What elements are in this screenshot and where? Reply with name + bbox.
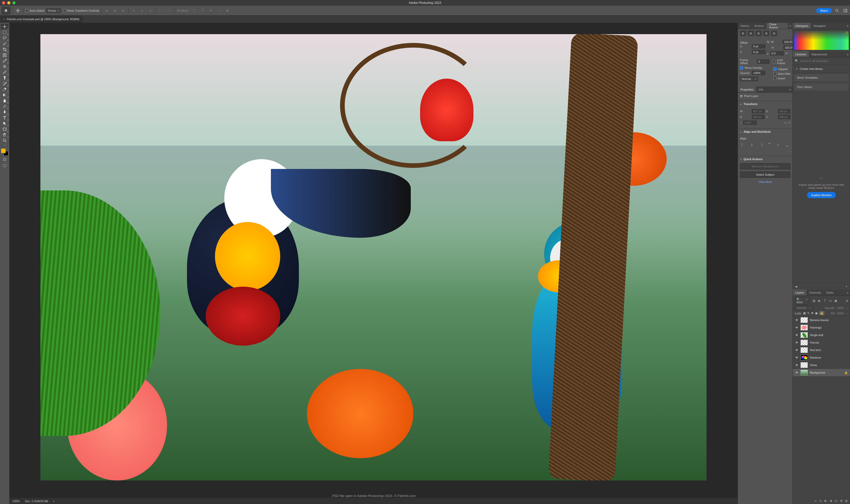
align-center-h-icon[interactable]: ≡: [112, 7, 118, 14]
visibility-toggle-icon[interactable]: 👁: [795, 348, 798, 352]
align-middle-v-icon[interactable]: ⫰: [139, 7, 145, 14]
auto-select-checkbox[interactable]: [25, 9, 29, 12]
lasso-tool[interactable]: [1, 35, 8, 41]
view-more-link[interactable]: View More: [738, 179, 793, 185]
panel-menu-icon[interactable]: ≡: [788, 23, 793, 29]
move-tool-icon[interactable]: [15, 7, 21, 14]
hand-tool[interactable]: [1, 132, 8, 138]
distribute-icon[interactable]: ⋮⋮: [158, 7, 164, 14]
tab-paths[interactable]: Paths: [824, 289, 836, 295]
filter-toggle-icon[interactable]: ◘: [846, 299, 848, 302]
lock-image-icon[interactable]: ✎: [807, 311, 810, 315]
pen-tool[interactable]: [1, 109, 8, 115]
layer-row[interactable]: 👁Vines: [793, 361, 850, 369]
rectangular-marquee-tool[interactable]: [1, 30, 8, 35]
layer-row[interactable]: 👁Rainbow: [793, 354, 850, 361]
eraser-tool[interactable]: [1, 86, 8, 92]
layer-row[interactable]: 👁Red bird: [793, 346, 850, 354]
transform-section[interactable]: ⌄Transform: [738, 101, 793, 107]
tab-actions[interactable]: Actions: [752, 23, 766, 29]
frame-tool[interactable]: [1, 52, 8, 58]
layer-thumbnail[interactable]: [800, 332, 808, 338]
layer-name[interactable]: Background: [810, 371, 842, 374]
more-align-icon[interactable]: ⋯: [787, 150, 791, 154]
close-window-button[interactable]: [2, 1, 5, 4]
tab-channels[interactable]: Channels: [806, 289, 823, 295]
visibility-toggle-icon[interactable]: 👁: [795, 334, 798, 337]
tab-clone-source[interactable]: Clone Source: [766, 23, 787, 29]
reset-transform-icon[interactable]: ↺: [785, 52, 787, 55]
layer-filter-dropdown[interactable]: 🔍 Kind: [795, 297, 809, 305]
status-more-icon[interactable]: ▸: [53, 499, 55, 503]
visibility-toggle-icon[interactable]: 👁: [795, 356, 798, 359]
layer-thumbnail[interactable]: [800, 317, 808, 323]
stock-templates-item[interactable]: Stock Templates: [794, 74, 848, 81]
layer-name[interactable]: Red bird: [810, 348, 848, 352]
adjustment-layer-icon[interactable]: ◑: [830, 499, 832, 502]
doc-info[interactable]: Doc: 2.31M/29.0M: [25, 500, 48, 503]
zoom-level[interactable]: 230%: [13, 500, 20, 503]
rectangle-tool[interactable]: [1, 126, 8, 132]
share-button[interactable]: Share: [816, 8, 832, 13]
tab-navigator[interactable]: Navigator: [811, 23, 828, 29]
brush-tool[interactable]: [1, 69, 8, 75]
lock-icon[interactable]: 🔒: [844, 371, 848, 374]
visibility-toggle-icon[interactable]: 👁: [795, 371, 798, 374]
clipped-checkbox[interactable]: [773, 68, 777, 71]
minimize-window-button[interactable]: [7, 1, 10, 4]
layer-name[interactable]: Vines: [810, 363, 848, 366]
histogram-warning-icon[interactable]: ⚠: [846, 31, 848, 34]
cloud-sync-icon[interactable]: ☁: [795, 285, 798, 288]
layer-group-icon[interactable]: 🗀: [835, 499, 837, 502]
flip-v-icon[interactable]: ⇵: [788, 121, 791, 124]
panel-menu-icon[interactable]: ≡: [788, 86, 793, 92]
close-tab-icon[interactable]: ×: [3, 18, 5, 21]
clone-source-1[interactable]: ⧉: [740, 31, 746, 36]
auto-select-option[interactable]: Auto-Select: Group: [25, 8, 61, 13]
foreground-background-colors[interactable]: [1, 148, 8, 156]
frame-offset-field[interactable]: 0: [757, 59, 769, 64]
layer-row[interactable]: 👁Parrots: [793, 339, 850, 346]
overlay-blend-dropdown[interactable]: Normal: [740, 76, 758, 81]
invert-checkbox[interactable]: [773, 77, 777, 80]
align-bottom-edges-icon[interactable]: ▁: [784, 142, 790, 148]
layer-thumbnail[interactable]: [800, 370, 808, 375]
document-canvas[interactable]: [40, 34, 707, 481]
your-library-item[interactable]: Your Library: [794, 83, 848, 91]
maximize-window-button[interactable]: [13, 1, 16, 4]
layer-thumbnail[interactable]: [800, 355, 808, 360]
visibility-toggle-icon[interactable]: 👁: [795, 341, 798, 344]
tab-info[interactable]: Info: [756, 86, 766, 92]
move-tool[interactable]: [1, 24, 8, 30]
create-library-button[interactable]: ＋ Create new library: [793, 65, 850, 73]
tab-libraries[interactable]: Libraries: [793, 51, 809, 57]
layer-thumbnail[interactable]: [800, 340, 808, 345]
lock-frame-checkbox[interactable]: [773, 60, 776, 63]
layer-thumbnail[interactable]: [800, 362, 808, 368]
select-subject-button[interactable]: Select Subject: [740, 172, 791, 178]
align-top-edges-icon[interactable]: ▔: [766, 142, 773, 148]
layer-thumbnail[interactable]: [800, 325, 808, 330]
home-button[interactable]: [2, 7, 10, 15]
layer-name[interactable]: Flamingo: [810, 326, 848, 329]
auto-hide-checkbox[interactable]: [773, 72, 777, 75]
clone-source-3[interactable]: ⧉: [756, 31, 762, 36]
layer-name[interactable]: Banana leaves: [810, 319, 848, 322]
lock-transparency-icon[interactable]: ▦: [803, 311, 806, 315]
layer-style-icon[interactable]: fx: [819, 499, 822, 502]
clone-source-5[interactable]: ⧉: [771, 31, 777, 36]
quick-actions-section[interactable]: ⌄Quick Actions: [738, 156, 793, 162]
layer-name[interactable]: Rainbow: [810, 356, 848, 359]
align-bottom-icon[interactable]: ⫯: [148, 7, 154, 14]
lock-artboard-icon[interactable]: ▣: [815, 311, 818, 315]
align-top-icon[interactable]: ⫯: [131, 7, 137, 14]
layer-row[interactable]: 👁Flamingo: [793, 324, 850, 331]
layer-row[interactable]: 👁Banana leaves: [793, 317, 850, 324]
history-brush-tool[interactable]: [1, 81, 8, 86]
clone-source-4[interactable]: ⧉: [763, 31, 769, 36]
panel-menu-icon[interactable]: ≡: [845, 23, 850, 29]
eyedropper-tool[interactable]: [1, 58, 8, 64]
blur-tool[interactable]: [1, 98, 8, 104]
show-transform-checkbox[interactable]: [63, 9, 66, 12]
link-layers-icon[interactable]: ⫘: [814, 499, 817, 502]
